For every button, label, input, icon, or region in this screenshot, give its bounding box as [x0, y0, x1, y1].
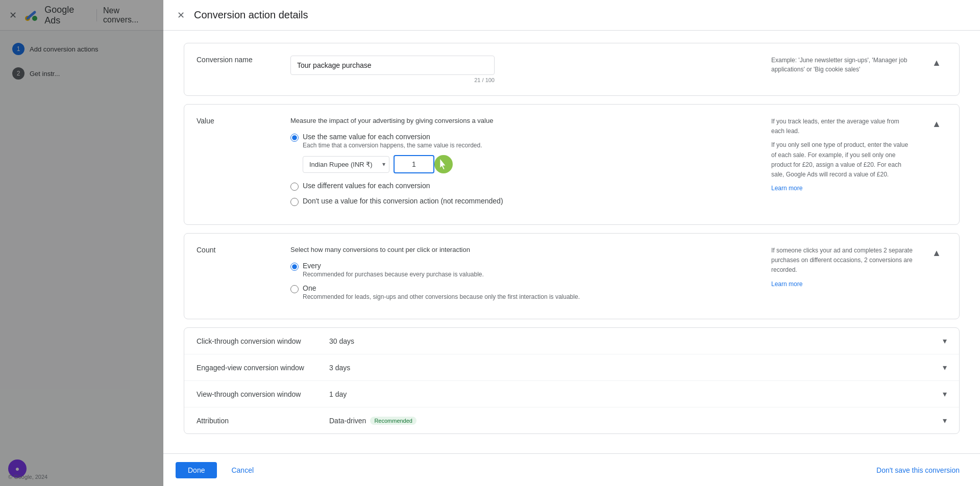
value-info-col: If you track leads, enter the average va… — [771, 117, 914, 212]
modal-footer: Done Cancel Don't save this conversion — [163, 453, 980, 486]
modal-title: Conversion action details — [194, 9, 308, 21]
count-description: Select how many conversions to count per… — [290, 246, 759, 253]
count-one-radio-label: One — [303, 284, 580, 292]
conversion-name-example: Example: 'June newsletter sign-ups', 'Ma… — [771, 57, 907, 73]
value-main-col: Measure the impact of your advertising b… — [290, 117, 759, 212]
value-section: Value Measure the impact of your adverti… — [184, 104, 960, 225]
value-inner: Value Measure the impact of your adverti… — [184, 105, 959, 224]
count-every-radio[interactable] — [290, 263, 299, 271]
windows-section: Click-through conversion window 30 days … — [184, 327, 960, 434]
attribution-value-text: Data-driven — [329, 417, 366, 425]
value-collapse-button[interactable]: ▲ — [932, 119, 941, 130]
count-section: Count Select how many conversions to cou… — [184, 233, 960, 319]
value-same-radio-content: Use the same value for each conversion E… — [303, 133, 482, 149]
attribution-chevron-icon: ▾ — [943, 416, 947, 425]
modal-close-button[interactable]: ✕ — [176, 10, 186, 20]
value-learn-more-link[interactable]: Learn more — [771, 185, 802, 192]
engaged-view-window-value: 3 days — [329, 364, 943, 372]
engaged-view-window-row[interactable]: Engaged-view conversion window 3 days ▾ — [184, 354, 959, 381]
dont-save-button[interactable]: Don't save this conversion — [868, 462, 968, 478]
conversion-name-input-wrapper: 21 / 100 — [290, 56, 495, 83]
conversion-name-inner: Conversion name 21 / 100 Example: 'June … — [184, 43, 959, 95]
done-button[interactable]: Done — [176, 462, 217, 478]
value-input-row: Indian Rupee (INR ₹) US Dollar (USD $) E… — [303, 155, 759, 173]
click-through-window-label: Click-through conversion window — [197, 337, 329, 345]
value-none-radio[interactable] — [290, 198, 299, 206]
modal-close-icon: ✕ — [177, 10, 185, 21]
count-one-radio-content: One Recommended for leads, sign-ups and … — [303, 284, 580, 300]
count-every-radio-content: Every Recommended for purchases because … — [303, 262, 484, 278]
count-one-radio[interactable] — [290, 285, 299, 293]
attribution-row[interactable]: Attribution Data-driven Recommended ▾ — [184, 407, 959, 433]
count-info-para: If someone clicks your ad and completes … — [771, 246, 914, 275]
count-every-radio-sublabel: Recommended for purchases because every … — [303, 271, 484, 278]
conversion-name-input[interactable] — [290, 56, 495, 75]
value-same-radio-sublabel: Each time that a conversion happens, the… — [303, 142, 482, 149]
value-none-radio-option[interactable]: Don't use a value for this conversion ac… — [290, 197, 759, 206]
conversion-name-info-col: Example: 'June newsletter sign-ups', 'Ma… — [771, 56, 914, 83]
conversion-name-collapse-button[interactable]: ▲ — [932, 58, 941, 68]
count-label: Count — [197, 244, 215, 254]
conversion-name-section: Conversion name 21 / 100 Example: 'June … — [184, 43, 960, 96]
count-every-radio-option[interactable]: Every Recommended for purchases because … — [290, 262, 759, 278]
value-none-radio-content: Don't use a value for this conversion ac… — [303, 197, 503, 205]
conversion-name-main-col: 21 / 100 — [290, 56, 759, 83]
conversion-name-label: Conversion name — [197, 54, 253, 64]
conversion-name-collapse-col: ▲ — [926, 56, 947, 83]
count-learn-more-link[interactable]: Learn more — [771, 280, 802, 288]
value-none-radio-label: Don't use a value for this conversion ac… — [303, 197, 503, 205]
engaged-view-window-label: Engaged-view conversion window — [197, 364, 329, 372]
value-info-para-1: If you track leads, enter the average va… — [771, 117, 914, 136]
value-same-radio-label: Use the same value for each conversion — [303, 133, 482, 141]
value-different-radio-option[interactable]: Use different values for each conversion — [290, 182, 759, 191]
value-number-input[interactable] — [394, 155, 434, 173]
modal-header: ✕ Conversion action details — [163, 0, 980, 31]
value-collapse-col: ▲ — [926, 117, 947, 212]
modal-content: Conversion name 21 / 100 Example: 'June … — [163, 31, 980, 453]
click-through-window-row[interactable]: Click-through conversion window 30 days … — [184, 328, 959, 354]
value-different-radio-content: Use different values for each conversion — [303, 182, 430, 190]
modal-panel: ✕ Conversion action details Conversion n… — [163, 0, 980, 486]
view-through-window-row[interactable]: View-through conversion window 1 day ▾ — [184, 381, 959, 407]
currency-select[interactable]: Indian Rupee (INR ₹) US Dollar (USD $) E… — [303, 156, 389, 173]
count-label-col: Count — [197, 246, 278, 306]
count-one-radio-sublabel: Recommended for leads, sign-ups and othe… — [303, 293, 580, 300]
count-info-col: If someone clicks your ad and completes … — [771, 246, 914, 306]
click-through-window-value: 30 days — [329, 337, 943, 345]
value-info-text: If you track leads, enter the average va… — [771, 117, 914, 193]
view-through-chevron-icon: ▾ — [943, 389, 947, 399]
count-info-text: If someone clicks your ad and completes … — [771, 246, 914, 289]
value-description: Measure the impact of your advertising b… — [290, 117, 759, 124]
cursor-icon — [438, 159, 449, 169]
count-every-radio-label: Every — [303, 262, 484, 270]
value-label-col: Value — [197, 117, 278, 212]
attribution-value-col: Data-driven Recommended — [329, 417, 943, 425]
engaged-view-chevron-icon: ▾ — [943, 363, 947, 372]
attribution-label: Attribution — [197, 417, 329, 425]
value-label: Value — [197, 115, 214, 125]
value-different-radio-label: Use different values for each conversion — [303, 182, 430, 190]
attribution-recommended-badge: Recommended — [370, 417, 416, 425]
view-through-window-label: View-through conversion window — [197, 390, 329, 398]
count-inner: Count Select how many conversions to cou… — [184, 234, 959, 319]
value-info-para-2: If you only sell one type of product, en… — [771, 140, 914, 180]
view-through-window-value: 1 day — [329, 390, 943, 398]
currency-select-wrapper: Indian Rupee (INR ₹) US Dollar (USD $) E… — [303, 156, 389, 173]
value-different-radio[interactable] — [290, 183, 299, 191]
char-count: 21 / 100 — [290, 77, 495, 83]
count-one-radio-option[interactable]: One Recommended for leads, sign-ups and … — [290, 284, 759, 300]
value-same-radio[interactable] — [290, 134, 299, 142]
click-through-chevron-icon: ▾ — [943, 336, 947, 346]
count-collapse-button[interactable]: ▲ — [932, 248, 941, 259]
conversion-name-label-col: Conversion name — [197, 56, 278, 83]
count-collapse-col: ▲ — [926, 246, 947, 306]
value-same-radio-option[interactable]: Use the same value for each conversion E… — [290, 133, 759, 149]
count-main-col: Select how many conversions to count per… — [290, 246, 759, 306]
cursor-indicator — [434, 155, 453, 173]
cancel-button[interactable]: Cancel — [223, 462, 262, 478]
modal-overlay — [0, 0, 163, 486]
